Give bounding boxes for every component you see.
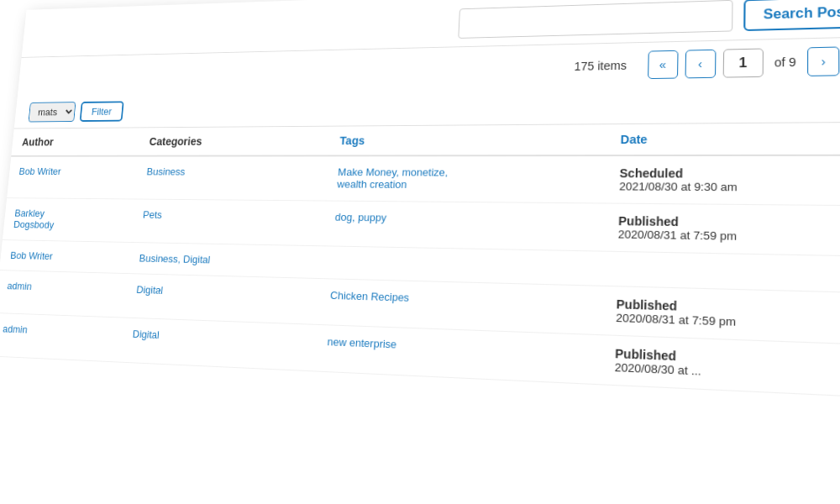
row-author: admin [0, 312, 123, 362]
row-categories: Digital [120, 318, 318, 371]
page-of-label: of 9 [774, 55, 796, 70]
search-posts-button[interactable]: Search Posts [743, 0, 840, 31]
main-container: Search Posts 175 items « ‹ 1 of 9 › » ma… [0, 0, 840, 504]
row-author: Bob Writer [0, 240, 130, 274]
prev-page-button[interactable]: ‹ [685, 50, 716, 79]
search-input[interactable] [458, 0, 732, 39]
current-page-button[interactable]: 1 [722, 49, 763, 78]
row-categories: Digital [123, 274, 320, 325]
table-header-row: Author Categories Tags Date [11, 123, 840, 156]
posts-table-container: Author Categories Tags Date Bob Writer B… [0, 123, 840, 400]
format-select[interactable]: mats [29, 102, 76, 122]
row-categories: Business, Digital [128, 242, 323, 278]
row-author: admin [0, 270, 128, 318]
row-author: Bob Writer [7, 156, 138, 199]
row-tags: dog, puppy [323, 201, 606, 251]
col-header-author: Author [11, 128, 140, 155]
posts-table: Author Categories Tags Date Bob Writer B… [0, 123, 840, 400]
row-tags: new enterprise [314, 324, 603, 384]
first-page-button[interactable]: « [648, 50, 679, 79]
row-date: Published 2020/08/30 at ... [601, 335, 840, 399]
items-count: 175 items [574, 59, 627, 73]
row-date: Scheduled 2021/08/30 at 9:30 am [606, 155, 840, 207]
row-tags: Make Money, monetize,wealth creation [325, 155, 607, 203]
date-value: 2021/08/30 at 9:30 am [619, 180, 840, 194]
date-status: Scheduled [619, 166, 840, 181]
next-page-button[interactable]: › [807, 46, 839, 76]
date-value: 2020/08/31 at 7:59 pm [618, 228, 840, 245]
row-date: Published 2020/08/31 at 7:59 pm [605, 203, 840, 257]
col-header-tags: Tags [328, 124, 608, 155]
filter-button[interactable]: Filter [80, 101, 124, 121]
col-header-categories: Categories [138, 127, 329, 156]
row-author: BarkleyDogsbody [3, 198, 134, 243]
row-categories: Pets [130, 199, 325, 246]
col-header-date[interactable]: Date [608, 123, 840, 156]
row-categories: Business [134, 155, 328, 201]
